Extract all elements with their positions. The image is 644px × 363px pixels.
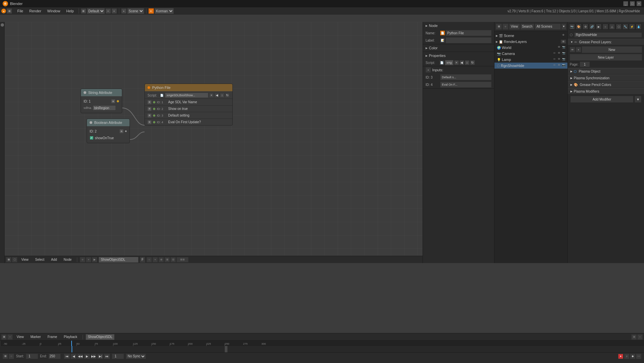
- scene-tree-renderlayers[interactable]: ▶ 📋 RenderLayers ⊞: [494, 39, 567, 45]
- script-name-field[interactable]: xAgeSDLBoolShow...: [165, 93, 208, 98]
- obj-name-display[interactable]: RgnShowHide: [574, 32, 642, 38]
- color-section-header[interactable]: ▶ Color: [423, 44, 494, 52]
- props-btn-9[interactable]: 🔧: [622, 24, 628, 30]
- node-section-header[interactable]: ▶ Node: [423, 22, 494, 29]
- menu-window[interactable]: Window: [45, 8, 63, 14]
- view-icon1[interactable]: ○: [147, 257, 152, 262]
- menu-render[interactable]: Render: [27, 8, 44, 14]
- scene-eye-icon[interactable]: 👁: [562, 34, 566, 38]
- scenes-arrow[interactable]: ▼: [561, 24, 566, 30]
- input4-socket[interactable]: [153, 121, 156, 124]
- all-scenes-btn[interactable]: All Scenes: [535, 24, 561, 30]
- tl-mode-icon1[interactable]: ⊞: [3, 354, 8, 359]
- plasma-mod-header[interactable]: ▶ Plasma Modifiers: [568, 88, 644, 95]
- engine-icon[interactable]: K: [149, 8, 154, 14]
- view-icon6[interactable]: ⊞⊞: [176, 257, 188, 262]
- input2-socket[interactable]: [153, 108, 156, 110]
- props-btn-5[interactable]: ▶: [596, 24, 602, 30]
- props-btn-7[interactable]: △: [609, 24, 615, 30]
- sync-select[interactable]: No Sync: [126, 354, 146, 359]
- scene-select[interactable]: Scene: [127, 8, 144, 14]
- editor-view-btn[interactable]: View: [19, 257, 31, 263]
- current-frame-input[interactable]: [112, 354, 124, 359]
- properties-section-header[interactable]: ▶ Properties: [423, 52, 494, 59]
- engine-select[interactable]: Korman: [155, 8, 174, 14]
- node-label-input[interactable]: [446, 37, 491, 43]
- left-strip-btn1[interactable]: [1, 23, 4, 27]
- input4-add-btn[interactable]: +: [148, 120, 152, 124]
- bool-add-socket-btn[interactable]: +: [120, 129, 124, 133]
- layout-remove-icon[interactable]: ×: [112, 8, 117, 14]
- rl-action-btn[interactable]: ⊞: [561, 40, 566, 44]
- output-socket[interactable]: [117, 100, 119, 103]
- scene-icon[interactable]: ●: [121, 8, 127, 14]
- add-socket-btn[interactable]: +: [111, 99, 115, 103]
- view-icon3[interactable]: ⊕: [159, 257, 164, 262]
- prop-script-name[interactable]: xAg: [445, 60, 454, 65]
- tl-icon1[interactable]: ⊞: [1, 334, 7, 340]
- scene-tree-scene[interactable]: ▶ 🎬 Scene 👁: [494, 33, 567, 39]
- scene-tree-world[interactable]: 🌍 World 👁 📷: [494, 45, 567, 51]
- mode-icon2[interactable]: ×: [86, 257, 91, 262]
- play-next-btn[interactable]: ▶|: [97, 354, 103, 359]
- editor-icon1[interactable]: ⊞: [6, 257, 11, 262]
- end-input[interactable]: [49, 354, 61, 359]
- cam-eye-icon[interactable]: 👁: [558, 52, 562, 56]
- play-prev-btn[interactable]: ◀: [71, 354, 77, 359]
- inputs-section-header[interactable]: + Inputs:: [423, 66, 494, 74]
- mode-icon3[interactable]: ▶: [92, 257, 97, 262]
- tree-icon2[interactable]: ○: [502, 24, 508, 30]
- cam-edit-icon[interactable]: ✏: [553, 52, 557, 56]
- lamp-render-icon[interactable]: 📷: [562, 58, 566, 62]
- record-btn[interactable]: ●: [618, 354, 623, 359]
- rgn-edit-icon[interactable]: ✏: [553, 64, 557, 68]
- props-btn-3[interactable]: ⚙: [582, 24, 588, 30]
- input2-add-btn[interactable]: +: [148, 107, 152, 111]
- props-btn-4[interactable]: 🔗: [589, 24, 595, 30]
- play-back-btn[interactable]: ◀◀: [77, 354, 83, 359]
- audio-btn[interactable]: ♪: [624, 354, 629, 359]
- tl-right-icon1[interactable]: ⊞: [631, 334, 637, 340]
- gp-colors-header[interactable]: ▶ 🎨 Grease Pencil Colors: [568, 81, 644, 88]
- input3-value[interactable]: [440, 74, 491, 80]
- lamp-eye-icon[interactable]: 👁: [558, 58, 562, 62]
- editor-icon2[interactable]: ⬡: [12, 257, 17, 262]
- show-on-true-checkbox[interactable]: ✓: [90, 136, 94, 140]
- rgn-eye-icon[interactable]: 👁: [558, 64, 562, 68]
- gp-layers-header[interactable]: ▼ ✏ Grease Pencil Layers:: [568, 39, 644, 45]
- input3-socket[interactable]: [153, 114, 156, 117]
- gp-new-btn[interactable]: New: [582, 46, 642, 53]
- search-btn[interactable]: Search: [520, 24, 534, 30]
- tree-icon1[interactable]: ⊞: [496, 24, 502, 30]
- view-icon2[interactable]: ×: [153, 257, 158, 262]
- menu-help[interactable]: Help: [64, 8, 77, 14]
- play-btn[interactable]: ▶: [84, 354, 90, 359]
- node-string-field-input[interactable]: [93, 105, 116, 111]
- play-start-btn[interactable]: ⏮: [64, 354, 70, 359]
- tl-playback-btn[interactable]: Playback: [61, 334, 80, 340]
- tl-mode-icon2[interactable]: ○: [9, 354, 14, 359]
- add-modifier-btn[interactable]: Add Modifier: [570, 96, 633, 103]
- rgn-render-icon[interactable]: 📷: [562, 64, 566, 68]
- graph-name-display[interactable]: ShowObjectSDL: [99, 257, 139, 263]
- input3-add-btn[interactable]: +: [148, 114, 152, 118]
- script-edit-btn[interactable]: ↕: [220, 93, 224, 98]
- prop-script-edit1[interactable]: ◀: [460, 60, 464, 65]
- script-clear-btn[interactable]: ×: [209, 93, 214, 98]
- mode-icon1[interactable]: ○: [80, 257, 85, 262]
- props-btn-11[interactable]: 💧: [636, 24, 642, 30]
- close-button[interactable]: ×: [637, 1, 641, 6]
- tl-marker-btn[interactable]: Marker: [28, 334, 44, 340]
- props-btn-1[interactable]: 📷: [569, 24, 575, 30]
- world-eye-icon[interactable]: 👁: [558, 46, 562, 50]
- gp-new-layer-btn[interactable]: New Layer: [570, 54, 642, 61]
- keyframe-btn[interactable]: ◆: [630, 354, 635, 359]
- view-icon4[interactable]: ⊞: [164, 257, 170, 262]
- props-btn-6[interactable]: ○: [602, 24, 608, 30]
- gp-add-icon[interactable]: +: [576, 47, 581, 52]
- script-browse-btn[interactable]: ◀: [214, 93, 219, 98]
- minimize-button[interactable]: _: [623, 1, 628, 6]
- add-modifier-arrow[interactable]: ▼: [635, 96, 641, 103]
- plasma-sync-header[interactable]: ▶ Plasma Synchronization: [568, 75, 644, 81]
- timeline-play-area[interactable]: [0, 346, 644, 352]
